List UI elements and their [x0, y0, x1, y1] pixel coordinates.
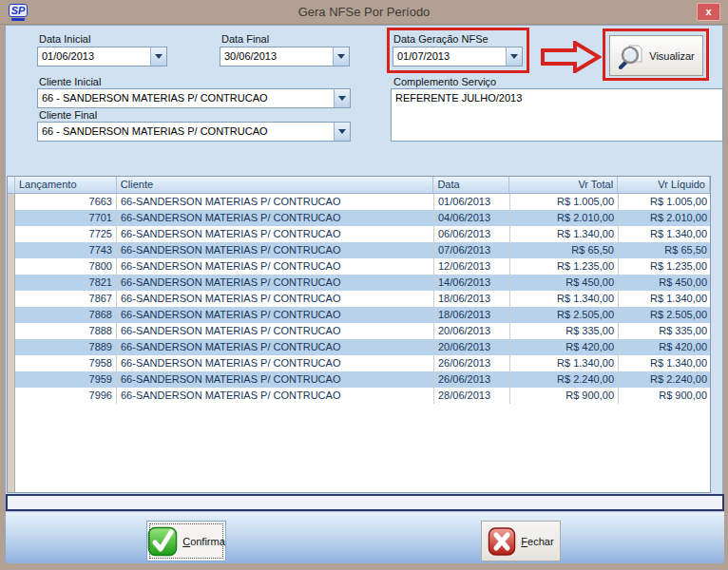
- table-cell: 7958: [15, 355, 117, 371]
- table-cell: 66-SANDERSON MATERIAS P/ CONTRUCAO: [117, 226, 434, 242]
- table-cell: R$ 335,00: [619, 323, 711, 339]
- data-inicial-label: Data Inicial: [39, 33, 90, 45]
- table-cell: R$ 450,00: [510, 275, 619, 291]
- table-cell: R$ 2.505,00: [619, 307, 711, 323]
- annotation-arrow-icon: [541, 41, 602, 73]
- table-cell: R$ 1.005,00: [510, 194, 619, 210]
- table-cell: 7996: [15, 388, 117, 404]
- row-indicator: [8, 388, 15, 404]
- data-final-value: 30/06/2013: [220, 48, 333, 66]
- cliente-final-combobox[interactable]: 66 - SANDERSON MATERIAS P/ CONTRUCAO: [37, 122, 351, 142]
- data-inicial-combobox[interactable]: 01/06/2013: [37, 47, 167, 66]
- cliente-inicial-combobox[interactable]: 66 - SANDERSON MATERIAS P/ CONTRUCAO: [37, 88, 351, 108]
- row-indicator: [8, 323, 15, 339]
- table-cell: 07/06/2013: [434, 242, 510, 258]
- table-cell: R$ 2.505,00: [510, 307, 619, 323]
- table-cell: R$ 2.240,00: [619, 371, 711, 388]
- window-close-button[interactable]: x: [697, 3, 720, 21]
- confirma-button[interactable]: Confirma: [146, 521, 226, 561]
- table-cell: 26/06/2013: [434, 371, 510, 388]
- row-indicator: [8, 371, 15, 388]
- data-final-dropdown-icon[interactable]: [333, 48, 349, 66]
- cliente-inicial-label: Cliente Inicial: [39, 76, 101, 87]
- table-cell: 7959: [15, 371, 117, 388]
- cliente-final-label: Cliente Final: [39, 109, 97, 121]
- dialog-window: SP Gera NFSe Por Período x Data Inicial …: [0, 0, 728, 570]
- dialog-content: Data Inicial Data Final Data Geração NFS…: [5, 25, 723, 562]
- table-cell: 26/06/2013: [434, 355, 510, 371]
- complemento-textarea[interactable]: REFERENTE JULHO/2013: [391, 88, 723, 142]
- table-cell: 7867: [15, 291, 117, 307]
- table-cell: R$ 65,50: [510, 242, 619, 258]
- table-cell: R$ 2.240,00: [510, 371, 619, 388]
- data-inicial-value: 01/06/2013: [38, 48, 150, 66]
- column-header-vr-liquido[interactable]: Vr Líquido: [618, 177, 710, 193]
- table-row[interactable]: 788866-SANDERSON MATERIAS P/ CONTRUCAO20…: [8, 323, 710, 339]
- table-cell: R$ 1.340,00: [510, 355, 619, 371]
- window-title: Gera NFSe Por Período: [0, 5, 728, 19]
- column-header-data[interactable]: Data: [433, 177, 509, 193]
- table-cell: R$ 335,00: [510, 323, 619, 339]
- row-indicator: [8, 226, 15, 242]
- table-cell: 7888: [15, 323, 117, 339]
- grid-indicator-column: [8, 404, 15, 492]
- table-cell: 66-SANDERSON MATERIAS P/ CONTRUCAO: [117, 323, 434, 339]
- table-row[interactable]: 774366-SANDERSON MATERIAS P/ CONTRUCAO07…: [8, 242, 710, 258]
- data-geracao-dropdown-icon[interactable]: [506, 48, 522, 66]
- table-cell: 66-SANDERSON MATERIAS P/ CONTRUCAO: [117, 355, 434, 371]
- table-cell: R$ 1.340,00: [619, 291, 711, 307]
- fechar-button[interactable]: Fechar: [481, 521, 561, 561]
- table-cell: R$ 2.010,00: [619, 210, 711, 226]
- grid-indicator-header: [8, 177, 15, 193]
- data-final-combobox[interactable]: 30/06/2013: [220, 47, 350, 66]
- cliente-inicial-dropdown-icon[interactable]: [334, 89, 350, 107]
- table-row[interactable]: 766366-SANDERSON MATERIAS P/ CONTRUCAO01…: [8, 194, 710, 210]
- table-row[interactable]: 786866-SANDERSON MATERIAS P/ CONTRUCAO18…: [8, 307, 710, 323]
- table-row[interactable]: 788966-SANDERSON MATERIAS P/ CONTRUCAO20…: [8, 339, 710, 355]
- table-row[interactable]: 795966-SANDERSON MATERIAS P/ CONTRUCAO26…: [8, 371, 710, 388]
- table-row[interactable]: 782166-SANDERSON MATERIAS P/ CONTRUCAO14…: [8, 275, 710, 291]
- progress-bar: [6, 494, 724, 511]
- table-cell: 66-SANDERSON MATERIAS P/ CONTRUCAO: [117, 258, 434, 275]
- table-row[interactable]: 795866-SANDERSON MATERIAS P/ CONTRUCAO26…: [8, 355, 710, 371]
- table-cell: 14/06/2013: [434, 275, 510, 291]
- visualizar-label: Visualizar: [649, 50, 695, 62]
- row-indicator: [8, 242, 15, 258]
- table-cell: R$ 900,00: [619, 388, 711, 404]
- cliente-final-dropdown-icon[interactable]: [334, 123, 350, 141]
- table-cell: R$ 1.340,00: [510, 226, 619, 242]
- table-row[interactable]: 780066-SANDERSON MATERIAS P/ CONTRUCAO12…: [8, 258, 710, 275]
- grid-header: Lançamento Cliente Data Vr Total Vr Líqu…: [8, 177, 710, 194]
- row-indicator: [8, 258, 15, 275]
- table-row[interactable]: 772566-SANDERSON MATERIAS P/ CONTRUCAO06…: [8, 226, 710, 242]
- visualizar-button[interactable]: Visualizar: [609, 35, 703, 76]
- column-header-cliente[interactable]: Cliente: [117, 177, 434, 193]
- confirma-label: Confirma: [182, 536, 225, 547]
- magnifier-icon: [618, 43, 644, 69]
- complemento-label: Complemento Serviço: [393, 76, 496, 87]
- table-row[interactable]: 799666-SANDERSON MATERIAS P/ CONTRUCAO28…: [8, 388, 710, 404]
- table-cell: 01/06/2013: [434, 194, 510, 210]
- lancamentos-grid: Lançamento Cliente Data Vr Total Vr Líqu…: [7, 176, 711, 493]
- table-cell: 18/06/2013: [434, 291, 510, 307]
- check-icon: [147, 526, 178, 557]
- data-final-label: Data Final: [221, 33, 269, 45]
- row-indicator: [8, 291, 15, 307]
- table-row[interactable]: 786766-SANDERSON MATERIAS P/ CONTRUCAO18…: [8, 291, 710, 307]
- table-cell: 66-SANDERSON MATERIAS P/ CONTRUCAO: [117, 339, 434, 355]
- column-header-vr-total[interactable]: Vr Total: [509, 177, 618, 193]
- table-cell: R$ 1.340,00: [619, 355, 711, 371]
- table-cell: 66-SANDERSON MATERIAS P/ CONTRUCAO: [117, 388, 434, 404]
- data-inicial-dropdown-icon[interactable]: [150, 48, 166, 66]
- table-cell: 7868: [15, 307, 117, 323]
- table-cell: R$ 1.340,00: [619, 226, 711, 242]
- table-cell: 7821: [15, 275, 117, 291]
- column-header-lancamento[interactable]: Lançamento: [15, 177, 117, 193]
- table-row[interactable]: 770166-SANDERSON MATERIAS P/ CONTRUCAO04…: [8, 210, 710, 226]
- table-cell: R$ 1.235,00: [619, 258, 711, 275]
- data-geracao-combobox[interactable]: 01/07/2013: [393, 47, 523, 66]
- table-cell: R$ 1.340,00: [510, 291, 619, 307]
- row-indicator: [8, 275, 15, 291]
- table-cell: R$ 65,50: [619, 242, 711, 258]
- table-cell: 66-SANDERSON MATERIAS P/ CONTRUCAO: [117, 275, 434, 291]
